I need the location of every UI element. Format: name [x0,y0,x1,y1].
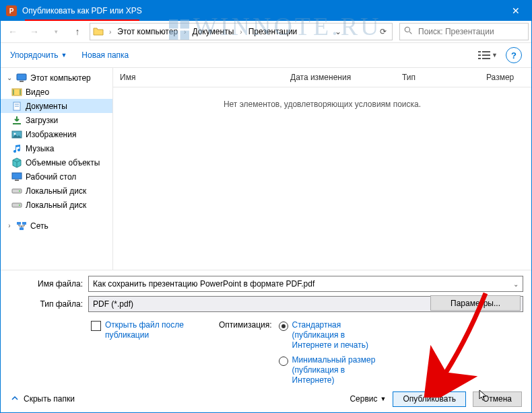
column-headers[interactable]: Имя Дата изменения Тип Размер [113,68,531,87]
refresh-icon[interactable]: ⟳ [377,27,389,36]
svg-rect-13 [20,81,24,82]
window-title: Опубликовать как PDF или XPS [22,6,500,15]
search-input[interactable] [417,26,524,37]
chevron-right-icon: › [182,28,187,36]
svg-rect-8 [478,54,481,56]
footer: Скрыть папки Сервис ▼ Опубликовать Отмен… [1,385,531,412]
new-folder-button[interactable]: Новая папка [81,50,129,60]
optim-minimal-label[interactable]: Минимальный размер (публикация в Интерне… [292,355,380,385]
cancel-button[interactable]: Отмена [473,391,522,407]
bottom-panel: Имя файла: Как сохранить презентацию Pow… [1,270,531,388]
breadcrumb-docs[interactable]: Документы [190,26,236,37]
app-icon: P [6,5,17,16]
svg-rect-6 [478,51,481,52]
video-icon [11,87,22,98]
col-name[interactable]: Имя [113,68,284,87]
optim-standard-radio[interactable] [279,322,288,331]
col-type[interactable]: Тип [395,68,479,87]
svg-rect-16 [20,89,21,95]
back-button[interactable]: ← [3,22,22,41]
svg-point-26 [19,190,20,192]
desktop-icon [11,172,22,182]
up-button[interactable]: ↑ [68,22,87,41]
svg-rect-30 [22,222,26,225]
tree-documents[interactable]: Документы [1,99,112,113]
svg-line-5 [409,32,411,34]
images-icon [11,129,22,140]
disk-icon [11,200,22,211]
view-menu[interactable]: ▼ [478,50,498,60]
nav-tree[interactable]: ⌄Этот компьютер Видео Документы Загрузки… [1,68,113,270]
tree-images[interactable]: Изображения [1,127,112,141]
address-bar[interactable]: › Этот компьютер › Документы › Презентац… [90,23,393,40]
chevron-right-icon: › [238,28,243,36]
downloads-icon [11,115,22,126]
svg-rect-12 [17,74,26,80]
svg-rect-11 [482,58,490,59]
dropdown-icon[interactable]: ⌄ [332,27,344,36]
svg-rect-9 [482,54,490,56]
breadcrumb-pres[interactable]: Презентации [246,26,300,37]
close-button[interactable]: ✕ [500,1,531,21]
svg-rect-23 [12,173,22,179]
tree-downloads[interactable]: Загрузки [1,113,112,127]
toolbar: Упорядочить▼ Новая папка ▼ ? [1,43,531,68]
svg-rect-24 [15,180,19,181]
tree-3d[interactable]: Объемные объекты [1,155,112,170]
nav-bar: ← → ▾ ↑ › Этот компьютер › Документы › П… [1,21,531,43]
breadcrumb-pc[interactable]: Этот компьютер [115,26,180,37]
file-list: Имя Дата изменения Тип Размер Нет элемен… [113,68,531,270]
chevron-up-icon [10,393,20,405]
main-area: ⌄Этот компьютер Видео Документы Загрузки… [1,68,531,270]
open-after-label[interactable]: Открыть файл после публикации [105,320,199,340]
search-icon [404,26,413,37]
tree-this-pc[interactable]: ⌄Этот компьютер [1,71,112,85]
pc-icon [16,73,27,83]
open-after-checkbox[interactable] [91,321,101,331]
tree-video[interactable]: Видео [1,85,112,99]
optimization-label: Оптимизация: [219,320,272,388]
network-icon [16,221,27,231]
folder-icon [93,26,105,37]
optim-minimal-radio[interactable] [279,356,288,366]
tree-network[interactable]: ›Сеть [1,219,112,233]
disk-icon [11,186,22,196]
optim-standard-label[interactable]: Стандартная (публикация в Интернете и пе… [292,320,380,350]
svg-rect-15 [13,89,14,95]
music-icon [11,143,22,154]
organize-menu[interactable]: Упорядочить▼ [10,50,67,60]
annotation-underline [25,20,139,21]
forward-button[interactable]: → [25,22,44,41]
filetype-label: Тип файла: [9,299,88,309]
tree-disk-d[interactable]: Локальный диск [1,198,112,212]
hide-folders-button[interactable]: Скрыть папки [10,393,75,405]
svg-rect-7 [482,51,490,52]
svg-point-28 [19,204,20,206]
dialog-window: P Опубликовать как PDF или XPS ✕ WINNOTE… [0,0,532,413]
tree-desktop[interactable]: Рабочий стол [1,170,112,184]
tree-disk-c[interactable]: Локальный диск [1,184,112,198]
cube-icon [11,157,22,168]
search-box[interactable] [399,23,529,40]
filename-input[interactable]: Как сохранить презентацию PowerPoint в ф… [88,276,523,292]
filename-label: Имя файла: [9,279,88,289]
recent-dropdown[interactable]: ▾ [46,22,65,41]
documents-icon [11,101,22,112]
svg-rect-31 [20,227,24,230]
parameters-button[interactable]: Параметры... [430,295,521,311]
title-bar: P Опубликовать как PDF или XPS ✕ [1,1,531,21]
empty-message: Нет элементов, удовлетворяющих условиям … [113,87,531,270]
col-size[interactable]: Размер [479,68,531,87]
publish-button[interactable]: Опубликовать [393,391,465,407]
tools-menu[interactable]: Сервис ▼ [350,394,386,404]
svg-rect-29 [17,222,21,225]
svg-rect-20 [13,123,21,124]
tree-music[interactable]: Музыка [1,141,112,155]
help-button[interactable]: ? [506,47,522,63]
svg-rect-10 [478,58,481,59]
chevron-right-icon: › [108,28,112,36]
svg-point-4 [405,27,409,32]
col-date[interactable]: Дата изменения [284,68,395,87]
